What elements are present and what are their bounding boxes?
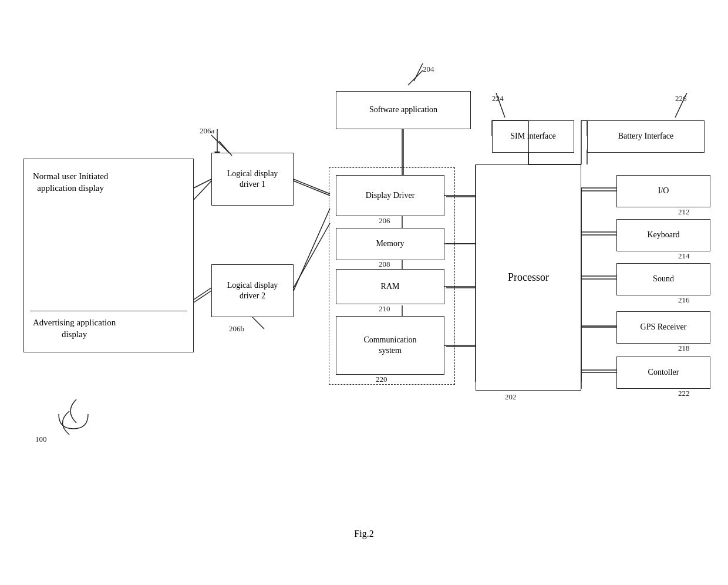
memory-box: Memory	[336, 228, 444, 260]
ref-202: 202	[505, 392, 517, 402]
svg-line-55	[252, 317, 264, 329]
keyboard-box: Keyboard	[616, 219, 710, 251]
sim-interface-box: SIM interface	[492, 120, 574, 153]
svg-line-2	[294, 179, 330, 194]
ref-210: 210	[379, 304, 390, 314]
svg-line-0	[194, 179, 211, 188]
processor-box: Processor	[476, 164, 581, 391]
svg-line-29	[675, 93, 687, 117]
display-screen-box: Normal user Initiatedapplication display…	[23, 159, 194, 352]
svg-line-33	[294, 209, 330, 291]
logical-driver2-label: Logical display driver 2	[227, 280, 278, 301]
normal-user-label: Normal user Initiatedapplication display	[30, 165, 111, 200]
ram-box: RAM	[336, 269, 444, 304]
software-app-label: Software application	[369, 105, 437, 115]
memory-label: Memory	[376, 238, 404, 249]
comm-system-label: Communication system	[363, 335, 416, 356]
ref-212: 212	[678, 207, 690, 217]
battery-interface-box: Battery Interface	[587, 120, 705, 153]
comm-system-box: Communication system	[336, 316, 444, 375]
ref-218: 218	[678, 344, 690, 353]
svg-line-28	[496, 93, 505, 117]
controller-box: Contoller	[616, 357, 710, 389]
logical-driver1-label: Logical display driver 1	[227, 169, 278, 190]
svg-line-1	[194, 288, 211, 300]
svg-line-27	[414, 63, 423, 81]
io-box: I/O	[616, 175, 710, 207]
ref-100: 100	[35, 435, 47, 444]
ref-208: 208	[379, 260, 390, 269]
ref-206: 206	[379, 216, 390, 226]
sound-box: Sound	[616, 263, 710, 295]
ref-214: 214	[678, 251, 690, 261]
sim-interface-label: SIM interface	[510, 131, 555, 142]
ram-label: RAM	[381, 281, 400, 292]
battery-interface-label: Battery Interface	[618, 131, 673, 142]
ref-222: 222	[678, 389, 690, 398]
processor-label: Processor	[508, 271, 549, 284]
gps-box: GPS Receiver	[616, 311, 710, 344]
ref-216: 216	[678, 295, 690, 305]
gps-label: GPS Receiver	[641, 322, 687, 332]
display-driver-box: Display Driver	[336, 175, 444, 216]
sound-label: Sound	[653, 274, 674, 284]
io-label: I/O	[658, 186, 669, 196]
svg-line-32	[294, 181, 330, 196]
ref-206b: 206b	[229, 324, 244, 334]
keyboard-label: Keyboard	[647, 230, 679, 240]
logical-driver2-box: Logical display driver 2	[211, 264, 294, 317]
logical-driver1-box: Logical display driver 1	[211, 153, 294, 206]
advertising-label: Advertising applicationdisplay	[30, 311, 119, 346]
ref-220: 220	[376, 375, 387, 384]
display-driver-label: Display Driver	[366, 190, 415, 201]
svg-line-30	[194, 181, 211, 200]
controller-label: Contoller	[648, 367, 679, 378]
svg-line-31	[194, 291, 211, 302]
svg-line-3	[294, 223, 330, 288]
figure-label: Fig.2	[329, 529, 399, 539]
software-app-box: Software application	[336, 91, 471, 129]
